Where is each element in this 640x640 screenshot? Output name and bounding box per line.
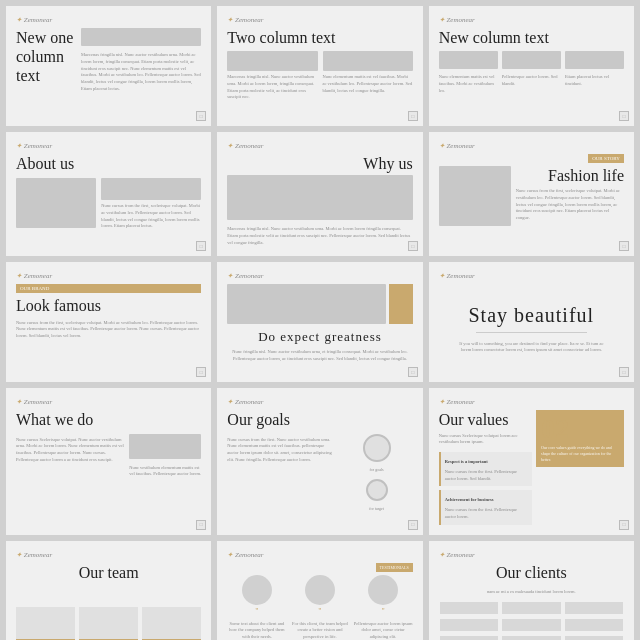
slide-body3: Etiam placerat lectus vel tincidunt.: [565, 74, 624, 88]
slide-title: Do expect greatness: [258, 329, 382, 345]
slide-title: Our team: [16, 563, 201, 582]
slide-logo: Zemonear: [16, 551, 201, 559]
slide-body: Nunc fringilla nisl. Nunc auctor vestibu…: [227, 349, 412, 363]
slide-logo: Zemonear: [439, 272, 624, 280]
slide-title: Our values: [439, 410, 532, 429]
val2-title: Achievement for business: [445, 497, 528, 504]
slide-title: New one column text: [16, 28, 76, 86]
slide-logo: Zemonear: [439, 16, 624, 24]
slide-body2: Pellentesque auctor lorem. Sed blandit.: [502, 74, 561, 88]
slide-stay-beautiful: Zemonear Stay beautiful If you will to s…: [429, 262, 634, 382]
slide-new-one-column: Zemonear New one column text Maecenas fr…: [6, 6, 211, 126]
client-logo: [502, 636, 560, 640]
slide-body2: Nunc elementum mattis est vel faucibus. …: [323, 74, 413, 94]
slide-logo: Zemonear: [439, 398, 624, 406]
slide-our-goals: Zemonear Our goals Nunc cursus from the …: [217, 388, 422, 534]
client-logo: [565, 602, 623, 614]
slide-logo: Zemonear: [16, 16, 201, 24]
goal1-label: for goals: [370, 467, 384, 473]
slide-corner-icon: □: [619, 520, 629, 530]
slide-fashion-life: Zemonear OUR STORY Fashion life Nunc cur…: [429, 132, 634, 256]
slide-corner-icon: □: [196, 520, 206, 530]
client-logo: [565, 619, 623, 631]
slide-body1: Maecenas fringilla nisl. Nunc auctor ves…: [227, 74, 317, 101]
slide-logo: Zemonear: [439, 142, 624, 150]
slide-logo: Zemonear: [227, 551, 412, 559]
slide-why-us: Zemonear Why us Maecenas fringilla nisl.…: [217, 132, 422, 256]
slide-title: Look famous: [16, 296, 201, 315]
team-member-2: JOHN NAME: [79, 607, 138, 640]
slide-corner-icon: □: [196, 241, 206, 251]
slide-body1: Nunc elementum mattis est vel faucibus. …: [439, 74, 498, 94]
client-logo: [440, 619, 498, 631]
client-logo: [565, 636, 623, 640]
client-logo: [440, 602, 498, 614]
slide-our-clients: Zemonear Our clients nam ac mi a ex male…: [429, 541, 634, 640]
slide-corner-icon: □: [408, 241, 418, 251]
slide-title: What we do: [16, 410, 201, 429]
val2-body: Nunc cursus from the first. Pellentesque…: [445, 507, 528, 521]
client-logo: [502, 602, 560, 614]
slide-body1: Nunc cursus Scelerisque volutpat. Nunc a…: [16, 437, 124, 464]
slide-logo: Zemonear: [16, 142, 201, 150]
slide-corner-icon: □: [619, 111, 629, 121]
slide-new-column-text: Zemonear New column text Nunc elementum …: [429, 6, 634, 126]
slide-body2: Nunc vestibulum elementum mattis est vel…: [129, 465, 201, 479]
slide-logo: Zemonear: [227, 272, 412, 280]
slide-body: nam ac mi a ex malesuada tincidunt lorem…: [439, 589, 624, 596]
slide-title: Why us: [363, 154, 412, 173]
slide-logo: Zemonear: [439, 551, 624, 559]
slide-logo: Zemonear: [227, 398, 412, 406]
slide-corner-icon: □: [196, 111, 206, 121]
team-member-3: JOHN NAME: [142, 607, 201, 640]
slide-title: Our goals: [227, 410, 412, 429]
slide-corner-icon: □: [196, 367, 206, 377]
slide-title: Stay beautiful: [469, 303, 595, 327]
slide-logo: Zemonear: [16, 272, 201, 280]
quote1: Some text about the client and how the c…: [227, 621, 286, 640]
slide-logo: Zemonear: [227, 16, 412, 24]
quote3: Pellentesque auctor lorem ipsum dolor am…: [354, 621, 413, 640]
client-logo: [502, 619, 560, 631]
slide-title: About us: [16, 154, 201, 173]
slide-body: If you will to something, you are destin…: [457, 341, 605, 355]
val1-body: Nunc cursus from the first. Pellentesque…: [445, 469, 528, 483]
slide-look-famous: Zemonear OUR BRAND Look famous Nunc curs…: [6, 262, 211, 382]
slide-title: Two column text: [227, 28, 412, 47]
goal2-label: for target: [369, 506, 384, 512]
slide-do-expect-greatness: Zemonear Do expect greatness Nunc fringi…: [217, 262, 422, 382]
quote2: For this client, the team helped create …: [290, 621, 349, 640]
slide-testimonials: Zemonear TESTIMONIALS " Some text about …: [217, 541, 422, 640]
slide-logo: Zemonear: [227, 142, 412, 150]
slide-body: Nunc cursus Scelerisque volutpat lorem a…: [439, 433, 532, 447]
slide-corner-icon: □: [619, 241, 629, 251]
slide-badge: OUR BRAND: [16, 284, 201, 293]
slide-two-column: Zemonear Two column text Maecenas fringi…: [217, 6, 422, 126]
slide-body: Nunc cursus from the first, scelerisque …: [16, 320, 201, 373]
slide-corner-icon: □: [408, 111, 418, 121]
slide-our-values: Zemonear Our values Nunc cursus Sceleris…: [429, 388, 634, 534]
slide-number: 02: [541, 415, 619, 443]
slide-title: Our clients: [439, 563, 624, 582]
slide-what-we-do: Zemonear What we do Nunc cursus Sceleris…: [6, 388, 211, 534]
values-desc: Our core values guide everything we do a…: [541, 445, 619, 462]
slide-title: Fashion life: [516, 166, 624, 185]
client-logo: [440, 636, 498, 640]
team-member-1: JOHN NAME: [16, 607, 75, 640]
slide-badge: TESTIMONIALS: [376, 563, 413, 572]
slide-corner-icon: □: [408, 520, 418, 530]
slide-body: Maecenas fringilla nisl. Nunc auctor ves…: [227, 226, 412, 246]
slide-about-us: Zemonear About us Nunc cursus from the f…: [6, 132, 211, 256]
slide-corner-icon: □: [408, 367, 418, 377]
slide-corner-icon: □: [619, 367, 629, 377]
slide-body: Nunc cursus from the first, scelerisque …: [101, 203, 201, 230]
slide-body: Maecenas fringilla nisl. Nunc auctor ves…: [81, 52, 201, 93]
slide-body: Nunc cursus from the first. Nunc auctor …: [227, 437, 335, 464]
slide-our-team: Zemonear Our team JOHN NAME JOHN NAME JO…: [6, 541, 211, 640]
slide-title: New column text: [439, 28, 624, 47]
slide-badge: OUR STORY: [588, 154, 624, 163]
slide-logo: Zemonear: [16, 398, 201, 406]
val1-title: Respect is a important: [445, 459, 528, 466]
slide-body: Nunc cursus from the first, scelerisque …: [516, 188, 624, 222]
